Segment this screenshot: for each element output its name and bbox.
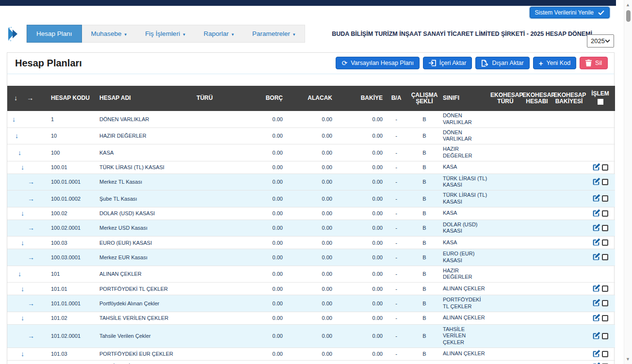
edit-row-button[interactable] xyxy=(592,314,600,323)
system-refresh-button[interactable]: Sistem Verilerini Yenile xyxy=(530,7,610,18)
period-select[interactable]: 2025 xyxy=(587,34,614,47)
table-row: →100.01.0001Merkez TL Kasası0.000.000.00… xyxy=(7,174,615,190)
sort-down-icon[interactable]: ↓ xyxy=(14,94,17,102)
cell-hesap-kodu: 100.01 xyxy=(44,161,97,174)
edit-row-button[interactable] xyxy=(592,177,600,187)
expand-down-arrow-icon[interactable]: ↓ xyxy=(21,239,24,246)
expand-down-arrow-icon[interactable]: ↓ xyxy=(15,132,18,139)
row-select-checkbox[interactable] xyxy=(602,333,608,339)
nav-tab-hesap-plani[interactable]: Hesap Planı xyxy=(27,25,82,43)
leaf-right-arrow-icon[interactable]: → xyxy=(28,195,34,202)
cell-ekohesap-turu xyxy=(489,190,521,207)
cell-islem xyxy=(585,360,615,364)
header-borc[interactable]: BORÇ xyxy=(231,86,284,111)
cell-sinifi: DÖNEN VARLIKLAR xyxy=(440,127,489,144)
scroll-up-icon[interactable]: ▲ xyxy=(626,2,630,7)
cell-alacak: 0.00 xyxy=(284,144,333,161)
edit-row-button[interactable] xyxy=(592,238,600,247)
chevron-down-icon: ▾ xyxy=(231,32,234,37)
leaf-right-arrow-icon[interactable]: → xyxy=(28,178,34,185)
scrollbar-thumb[interactable] xyxy=(626,10,631,22)
edit-row-button[interactable] xyxy=(592,209,600,218)
row-select-checkbox[interactable] xyxy=(602,195,608,202)
table-row: →101.01.0001Portföydeki Alınan Çekler0.0… xyxy=(7,295,615,312)
default-plan-button[interactable]: ⟳ Varsayılan Hesap Planı xyxy=(336,57,419,69)
header-ekohesap-bakiyesi[interactable]: EKOHESAP BAKİYESİ xyxy=(552,86,585,111)
expand-down-arrow-icon[interactable]: ↓ xyxy=(12,116,16,123)
cell-islem xyxy=(585,312,615,324)
header-bakiye[interactable]: BAKİYE xyxy=(333,86,384,111)
cell-sinifi: PORTFÖYDEKİ TL ÇEKLER xyxy=(440,295,489,312)
row-select-checkbox[interactable] xyxy=(602,164,608,171)
row-select-checkbox[interactable] xyxy=(602,239,608,246)
row-select-checkbox[interactable] xyxy=(602,285,608,292)
row-select-checkbox[interactable] xyxy=(602,225,608,231)
row-select-checkbox[interactable] xyxy=(602,210,608,217)
app-logo[interactable] xyxy=(7,26,26,42)
header-hesap-adi[interactable]: HESAP ADI xyxy=(97,86,178,111)
expand-down-arrow-icon[interactable]: ↓ xyxy=(21,315,24,321)
header-turu[interactable]: TÜRÜ xyxy=(178,86,231,111)
header-calisma-sekli[interactable]: ÇALIŞMA ŞEKLİ xyxy=(409,86,440,111)
import-button[interactable]: İçeri Aktar xyxy=(423,57,472,69)
nav-tab-parametreler[interactable]: Parametreler ▾ xyxy=(243,25,305,42)
expand-down-arrow-icon[interactable]: ↓ xyxy=(21,285,24,292)
select-all-checkbox[interactable] xyxy=(598,99,603,105)
table-row: →100.01.0002Şube TL Kasası0.000.000.00-B… xyxy=(7,190,615,207)
expand-down-arrow-icon[interactable]: ↓ xyxy=(21,164,24,171)
leaf-right-arrow-icon[interactable]: → xyxy=(28,300,34,307)
cell-islem xyxy=(585,174,615,190)
edit-row-button[interactable] xyxy=(592,362,600,364)
expand-down-arrow-icon[interactable]: ↓ xyxy=(21,210,24,217)
edit-pencil-icon xyxy=(592,209,600,217)
cell-hesap-kodu: 101.50 xyxy=(44,360,97,364)
header-ba[interactable]: B/A xyxy=(384,86,409,111)
row-select-checkbox[interactable] xyxy=(602,315,608,321)
delete-button[interactable]: Sil xyxy=(580,57,608,69)
cell-hesap-adi: ALINAN ÇEKLER xyxy=(97,266,178,283)
edit-row-button[interactable] xyxy=(592,223,600,233)
edit-row-button[interactable] xyxy=(592,163,600,172)
leaf-right-arrow-icon[interactable]: → xyxy=(28,332,34,339)
row-select-checkbox[interactable] xyxy=(602,254,608,260)
expand-down-arrow-icon[interactable]: ↓ xyxy=(21,350,24,357)
expand-down-arrow-icon[interactable]: ↓ xyxy=(18,149,21,156)
nav-tab-label: Hesap Planı xyxy=(36,30,72,37)
cell-arrow: → xyxy=(7,220,44,237)
leaf-right-arrow-icon[interactable]: → xyxy=(28,254,34,261)
leaf-right-arrow-icon[interactable]: → xyxy=(28,224,34,231)
nav-tab-raporlar[interactable]: Raporlar ▾ xyxy=(194,25,243,42)
sort-right-icon[interactable]: → xyxy=(27,94,33,102)
vertical-scrollbar[interactable]: ▲ ▼ xyxy=(624,0,632,364)
header-sinifi[interactable]: SINIFI xyxy=(440,86,489,111)
table-row: ↓100.03EURO (EUR) KASASI0.000.000.00-BKA… xyxy=(7,237,615,249)
cell-sinifi: KASA xyxy=(440,207,489,220)
edit-row-button[interactable] xyxy=(592,349,600,359)
expand-down-arrow-icon[interactable]: ↓ xyxy=(18,270,21,277)
nav-tab-muhasebe[interactable]: Muhasebe ▾ xyxy=(82,25,136,42)
edit-row-button[interactable] xyxy=(592,332,600,341)
cell-ekohesap-turu xyxy=(489,283,521,295)
row-select-checkbox[interactable] xyxy=(602,351,608,357)
edit-row-button[interactable] xyxy=(592,299,600,308)
header-hesap-kodu[interactable]: HESAP KODU xyxy=(44,86,97,111)
cell-borc: 0.00 xyxy=(231,161,284,174)
cell-ekohesap-hesabi xyxy=(521,266,552,283)
edit-row-button[interactable] xyxy=(592,253,600,262)
chevron-down-icon: ▾ xyxy=(125,32,127,37)
edit-pencil-icon xyxy=(592,253,600,261)
export-button[interactable]: Dışarı Aktar xyxy=(475,57,529,69)
cell-ekohesap-bakiyesi xyxy=(552,266,585,283)
nav-tab-fis-islemleri[interactable]: Fiş İşlemleri ▾ xyxy=(136,25,194,42)
row-select-checkbox[interactable] xyxy=(602,300,608,306)
cell-hesap-adi: Tahsile Verilen Çekler xyxy=(97,324,178,348)
cell-arrow: ↓ xyxy=(7,207,44,220)
row-select-checkbox[interactable] xyxy=(602,179,608,185)
new-code-button[interactable]: + Yeni Kod xyxy=(533,57,576,69)
header-alacak[interactable]: ALACAK xyxy=(284,86,333,111)
header-ekohesap-turu[interactable]: EKOHESAP TÜRÜ xyxy=(489,86,521,111)
edit-row-button[interactable] xyxy=(592,284,600,293)
header-ekohesap-hesabi[interactable]: EKOHESAP HESABI xyxy=(521,86,552,111)
scroll-down-icon[interactable]: ▼ xyxy=(626,357,630,362)
edit-row-button[interactable] xyxy=(592,194,600,203)
